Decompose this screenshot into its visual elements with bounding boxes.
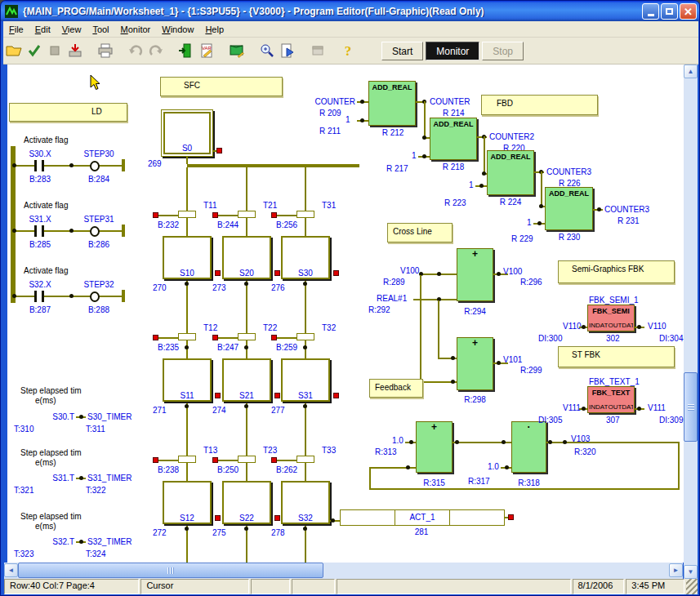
- sfc-transition[interactable]: [296, 333, 314, 340]
- undo-button[interactable]: [125, 41, 145, 61]
- ladder-contact[interactable]: [34, 160, 44, 171]
- start-button[interactable]: Start: [381, 42, 423, 60]
- menu-item-view[interactable]: View: [56, 23, 87, 36]
- redo-button[interactable]: [145, 41, 166, 61]
- sfc-action-block[interactable]: ACT_1: [340, 509, 505, 526]
- scroll-up-button[interactable]: ▲: [684, 64, 698, 78]
- connection-square[interactable]: [271, 335, 277, 340]
- vertical-scrollbar[interactable]: ▲ ▼: [684, 64, 698, 579]
- title-bar[interactable]: {MAIN_PROG/Main/Worksheet_1} - {1:S3PU55…: [1, 1, 700, 21]
- scroll-left-button[interactable]: ◄: [4, 563, 18, 577]
- close-button[interactable]: ✕: [680, 3, 697, 20]
- semi-section-label[interactable]: Semi-Graphics FBK: [558, 260, 675, 283]
- help-button[interactable]: ?: [337, 41, 358, 61]
- watch-button[interactable]: [226, 41, 247, 61]
- monitor-button[interactable]: Monitor: [426, 42, 479, 60]
- sfc-step[interactable]: S12: [163, 481, 212, 524]
- scroll-right-button[interactable]: ►: [669, 563, 683, 577]
- sfc-transition[interactable]: [178, 211, 196, 218]
- connection-square[interactable]: [274, 515, 280, 521]
- sfc-transition[interactable]: [238, 456, 256, 463]
- ld-section-label[interactable]: LD: [9, 103, 127, 122]
- ladder-coil[interactable]: [90, 161, 100, 171]
- sfc-step[interactable]: S10: [163, 236, 212, 279]
- connection-square[interactable]: [215, 515, 221, 521]
- add-block[interactable]: +: [416, 421, 453, 473]
- add-real-block[interactable]: ADD_REAL: [430, 118, 477, 160]
- sfc-step[interactable]: S20: [222, 236, 271, 279]
- stop-edit-button[interactable]: [44, 41, 65, 61]
- connection-square[interactable]: [212, 212, 218, 218]
- editor-canvas[interactable]: LD Activate flag S30.X STEP30 B:283 B:28…: [7, 64, 684, 563]
- open-button[interactable]: [3, 41, 24, 61]
- ladder-contact[interactable]: [34, 225, 44, 237]
- fbk-semi-block[interactable]: FBK_SEMI INDATOUTDAT: [587, 305, 635, 331]
- connection-square[interactable]: [153, 335, 158, 340]
- online-button[interactable]: [176, 41, 196, 61]
- fbd-section-label[interactable]: FBD: [481, 95, 598, 115]
- maximize-button[interactable]: [661, 3, 678, 20]
- add-block[interactable]: +: [457, 248, 493, 301]
- sfc-transition[interactable]: [296, 456, 314, 463]
- menu-item-window[interactable]: Window: [156, 23, 199, 36]
- mul-block[interactable]: ·: [511, 421, 546, 473]
- menu-item-monitor[interactable]: Monitor: [115, 23, 157, 36]
- add-real-block[interactable]: ADD_REAL: [368, 81, 416, 126]
- connection-square[interactable]: [215, 393, 221, 398]
- print-button[interactable]: [95, 41, 115, 61]
- connection-square[interactable]: [215, 270, 221, 276]
- ladder-contact[interactable]: [34, 291, 44, 302]
- window-tool-button[interactable]: [307, 41, 328, 61]
- connection-square[interactable]: [153, 212, 158, 218]
- horizontal-scrollbar[interactable]: ◄ ►: [4, 563, 683, 579]
- resize-grip[interactable]: [686, 579, 698, 594]
- sfc-transition[interactable]: [238, 333, 256, 340]
- add-real-block[interactable]: ADD_REAL: [545, 187, 593, 230]
- connection-square[interactable]: [153, 457, 158, 463]
- vertical-scroll-thumb[interactable]: [684, 372, 698, 442]
- sfc-transition[interactable]: [178, 456, 196, 463]
- connection-square[interactable]: [271, 457, 277, 463]
- connection-square[interactable]: [271, 212, 277, 218]
- connection-square[interactable]: [508, 514, 514, 520]
- connection-square[interactable]: [333, 270, 339, 276]
- variable-editor-button[interactable]: VAR: [196, 41, 216, 61]
- sfc-step[interactable]: S11: [163, 358, 212, 402]
- st-section-label[interactable]: ST FBK: [558, 346, 675, 367]
- connection-square[interactable]: [274, 393, 280, 398]
- write-plc-button[interactable]: [65, 41, 85, 61]
- sfc-step[interactable]: S32: [281, 481, 330, 524]
- menu-item-help[interactable]: Help: [199, 23, 230, 36]
- connection-square[interactable]: [212, 335, 218, 340]
- sfc-transition[interactable]: [296, 211, 314, 218]
- ladder-coil[interactable]: [90, 226, 100, 237]
- sfc-step[interactable]: S21: [222, 358, 271, 402]
- stop-button[interactable]: Stop: [482, 42, 524, 60]
- menu-item-edit[interactable]: Edit: [29, 23, 56, 36]
- sfc-initial-step[interactable]: S0: [161, 109, 213, 157]
- connection-square[interactable]: [333, 393, 339, 398]
- sfc-transition[interactable]: [238, 211, 256, 218]
- add-real-block[interactable]: ADD_REAL: [487, 150, 534, 195]
- horizontal-scroll-thumb[interactable]: [18, 563, 323, 578]
- menu-item-tool[interactable]: Tool: [87, 23, 114, 36]
- add-block[interactable]: +: [457, 337, 493, 390]
- sfc-step[interactable]: S31: [281, 358, 330, 402]
- zoom-button[interactable]: [256, 41, 277, 61]
- sfc-section-label[interactable]: SFC: [160, 77, 283, 96]
- menu-item-file[interactable]: File: [3, 23, 29, 36]
- minimize-button[interactable]: [642, 3, 659, 20]
- connection-square[interactable]: [216, 148, 222, 153]
- sfc-transition[interactable]: [178, 333, 196, 340]
- feedback-section-label[interactable]: Feedback: [369, 379, 423, 398]
- scroll-down-button[interactable]: ▼: [684, 565, 698, 579]
- apply-button[interactable]: [24, 41, 44, 61]
- sfc-step[interactable]: S22: [222, 481, 271, 524]
- fbk-text-block[interactable]: FBK_TEXT INDATOUTDAT: [587, 386, 635, 413]
- ladder-coil[interactable]: [90, 291, 100, 302]
- monitor-doc-button[interactable]: [277, 41, 297, 61]
- connection-square[interactable]: [274, 270, 280, 276]
- connection-square[interactable]: [212, 457, 218, 463]
- sfc-step[interactable]: S30: [281, 236, 330, 279]
- crossline-section-label[interactable]: Cross Line: [387, 223, 453, 242]
